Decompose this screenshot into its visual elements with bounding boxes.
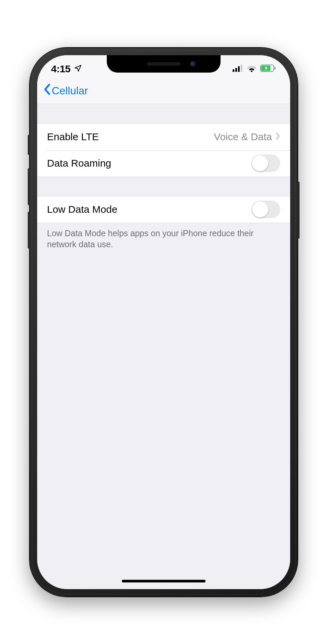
power-button bbox=[298, 182, 300, 239]
speaker-grille bbox=[147, 62, 180, 66]
mute-switch bbox=[28, 135, 30, 155]
status-time: 4:15 bbox=[51, 63, 71, 75]
data-roaming-toggle[interactable] bbox=[251, 155, 280, 172]
enable-lte-label: Enable LTE bbox=[47, 131, 99, 143]
section-spacer bbox=[37, 104, 290, 123]
nav-bar: Cellular bbox=[37, 78, 290, 104]
svg-point-4 bbox=[251, 70, 252, 72]
data-roaming-row[interactable]: Data Roaming bbox=[37, 150, 290, 177]
home-indicator[interactable] bbox=[122, 580, 206, 582]
chevron-left-icon bbox=[43, 83, 51, 98]
toggle-knob bbox=[252, 201, 268, 217]
back-button[interactable]: Cellular bbox=[43, 83, 88, 98]
back-label: Cellular bbox=[52, 85, 88, 97]
location-icon bbox=[74, 63, 82, 75]
screen: 4:15 bbox=[37, 55, 290, 589]
wifi-icon bbox=[247, 65, 257, 73]
front-camera bbox=[190, 61, 195, 67]
svg-rect-1 bbox=[235, 68, 237, 72]
cellular-signal-icon bbox=[233, 65, 243, 73]
low-data-mode-label: Low Data Mode bbox=[47, 204, 117, 215]
enable-lte-value: Voice & Data bbox=[214, 131, 272, 143]
svg-rect-3 bbox=[241, 65, 242, 72]
enable-lte-row[interactable]: Enable LTE Voice & Data bbox=[37, 123, 290, 150]
section-spacer bbox=[37, 177, 290, 196]
svg-rect-0 bbox=[233, 69, 234, 72]
low-data-mode-toggle[interactable] bbox=[251, 201, 280, 218]
toggle-knob bbox=[252, 155, 268, 171]
svg-rect-2 bbox=[238, 66, 240, 72]
content-area[interactable]: Enable LTE Voice & Data Data Roaming bbox=[37, 104, 290, 589]
data-roaming-label: Data Roaming bbox=[47, 158, 111, 169]
volume-down-button bbox=[28, 212, 30, 249]
low-data-mode-footer: Low Data Mode helps apps on your iPhone … bbox=[37, 223, 290, 255]
svg-rect-7 bbox=[274, 67, 275, 70]
battery-icon bbox=[260, 65, 276, 73]
device-frame: 4:15 bbox=[30, 48, 298, 596]
chevron-right-icon bbox=[275, 131, 280, 143]
volume-up-button bbox=[28, 168, 30, 205]
notch bbox=[107, 55, 221, 73]
low-data-mode-row[interactable]: Low Data Mode bbox=[37, 196, 290, 223]
